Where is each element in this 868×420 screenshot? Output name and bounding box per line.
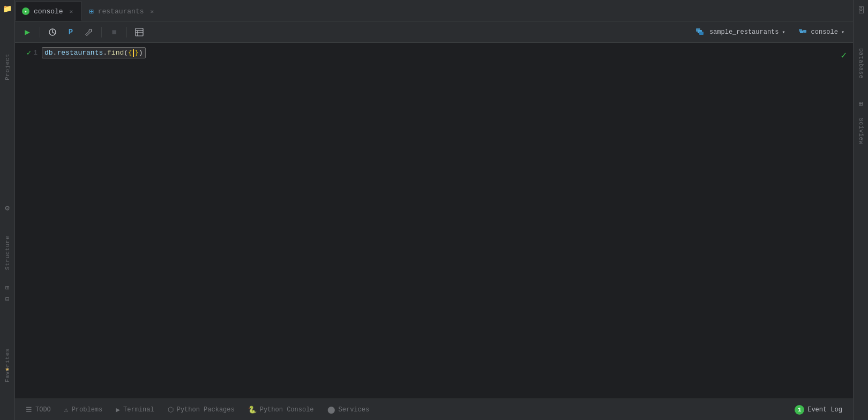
python-packages-label: Python Packages	[177, 406, 235, 414]
grid-icon: ⊞	[89, 7, 93, 16]
tab-console-label: console	[34, 8, 63, 16]
status-python-packages[interactable]: ⬡ Python Packages	[161, 399, 242, 420]
code-expression: db . restaurants . find ( { } )	[42, 47, 146, 58]
structure-icons: ⊞ ⊟	[5, 284, 9, 303]
code-dot-2: .	[103, 49, 107, 57]
sidebar-item-database[interactable]: Database	[858, 48, 864, 79]
run-button[interactable]: ▶	[19, 25, 35, 40]
python-console-icon: 🐍	[248, 406, 257, 414]
db-selector-icon	[695, 28, 706, 36]
status-todo[interactable]: ☰ TODO	[19, 399, 58, 420]
db-name: sample_restaurants	[709, 28, 779, 36]
folder-icon[interactable]: 📁	[3, 4, 12, 13]
status-terminal[interactable]: ▶ Terminal	[109, 399, 161, 420]
code-area[interactable]: db . restaurants . find ( { } )	[42, 43, 853, 399]
code-brace-open: {	[128, 49, 132, 57]
code-brace-close: }	[134, 49, 139, 57]
status-python-console[interactable]: 🐍 Python Console	[242, 399, 321, 420]
todo-label: TODO	[35, 406, 51, 414]
code-paren-open: (	[124, 49, 128, 57]
svg-rect-10	[803, 30, 806, 33]
problems-icon: ⚠	[64, 406, 69, 414]
tab-console[interactable]: ✦ console ✕	[15, 2, 82, 21]
db-selector[interactable]: sample_restaurants ▾	[691, 26, 790, 39]
cursor	[133, 49, 134, 57]
code-collection: restaurants	[57, 49, 103, 57]
code-dot-1: .	[53, 49, 57, 57]
editor-content: ✓ 1 db . restaurants . find ( {	[15, 43, 853, 399]
toolbar: ▶ P ◼	[15, 21, 853, 43]
svg-rect-7	[699, 32, 704, 35]
editor-area[interactable]: ✓ 1 db . restaurants . find ( {	[15, 43, 853, 399]
sidebar-item-sciview[interactable]: SciView	[858, 118, 864, 145]
right-sidebar: 🗄 Database ⊞ SciView	[853, 0, 868, 420]
line-numbers: ✓ 1	[15, 43, 42, 399]
table-button[interactable]	[131, 25, 147, 40]
history-button[interactable]	[44, 25, 61, 40]
sidebar-item-favorites[interactable]: Favorites	[4, 348, 11, 382]
database-panel-icon[interactable]: 🗄	[857, 6, 865, 15]
sidebar-item-project[interactable]: Project	[4, 54, 11, 80]
line-num-1: 1	[33, 49, 38, 57]
svg-rect-1	[136, 28, 143, 36]
main-area: ✦ console ✕ ⊞ restaurants ✕ ▶ P ◼	[15, 0, 853, 420]
terminal-icon: ▶	[116, 406, 120, 414]
wrench-icon	[85, 28, 93, 36]
tab-console-close[interactable]: ✕	[68, 7, 76, 16]
tab-restaurants-label: restaurants	[98, 8, 144, 16]
code-paren-close: )	[139, 49, 143, 57]
status-bar: ☰ TODO ⚠ Problems ▶ Terminal ⬡ Python Pa…	[15, 399, 853, 420]
terminal-label: Terminal	[123, 406, 154, 414]
todo-icon: ☰	[26, 406, 32, 414]
separator-3	[126, 27, 127, 38]
grid-panel-icon[interactable]: ⊞	[858, 99, 863, 108]
tab-restaurants[interactable]: ⊞ restaurants ✕	[82, 2, 163, 21]
db-dropdown-icon: ▾	[782, 29, 785, 35]
tab-restaurants-close[interactable]: ✕	[148, 7, 156, 16]
tab-bar: ✦ console ✕ ⊞ restaurants ✕	[15, 0, 853, 21]
event-log-button[interactable]: 1 Event Log	[788, 405, 849, 415]
toolbar-right: sample_restaurants ▾ console ▾	[691, 26, 849, 39]
python-console-label: Python Console	[260, 406, 314, 414]
services-label: Services	[339, 406, 370, 414]
event-log-count: 1	[798, 407, 802, 413]
python-button[interactable]: P	[63, 25, 79, 40]
structure-icon-1[interactable]: ⊞	[5, 284, 9, 292]
right-check-icon: ✓	[841, 49, 847, 61]
left-sidebar: 📁 Project ⚙️ Structure ⊞ ⊟ ★ Favorites	[0, 0, 15, 420]
wrench-button[interactable]	[81, 25, 97, 40]
code-method: find	[107, 49, 124, 57]
event-log-badge: 1	[795, 405, 804, 415]
event-log-label: Event Log	[807, 406, 842, 414]
code-db: db	[44, 49, 53, 57]
table-icon	[135, 28, 144, 36]
status-problems[interactable]: ⚠ Problems	[58, 399, 109, 420]
line-number-1: ✓ 1	[27, 47, 38, 58]
structure-icon-2[interactable]: ⊟	[5, 295, 9, 303]
connection-dropdown-icon: ▾	[841, 29, 844, 35]
connection-name: console	[811, 28, 838, 36]
status-right: 1 Event Log	[788, 405, 849, 415]
python-packages-icon: ⬡	[168, 406, 174, 414]
line-check-icon: ✓	[27, 48, 31, 57]
connection-icon	[798, 28, 808, 36]
connection-selector[interactable]: console ▾	[794, 26, 849, 39]
separator-2	[101, 27, 102, 38]
console-icon: ✦	[22, 8, 29, 15]
sidebar-item-structure[interactable]: Structure	[4, 236, 11, 270]
services-icon: ⬤	[327, 406, 335, 414]
stop-button[interactable]: ◼	[106, 25, 122, 40]
structure-icon[interactable]: ⚙️	[5, 204, 9, 213]
status-services[interactable]: ⬤ Services	[321, 399, 377, 420]
problems-label: Problems	[72, 406, 103, 414]
svg-rect-9	[800, 31, 803, 33]
separator-1	[40, 27, 40, 38]
code-line-1: db . restaurants . find ( { } )	[42, 47, 853, 58]
history-icon	[48, 28, 57, 36]
